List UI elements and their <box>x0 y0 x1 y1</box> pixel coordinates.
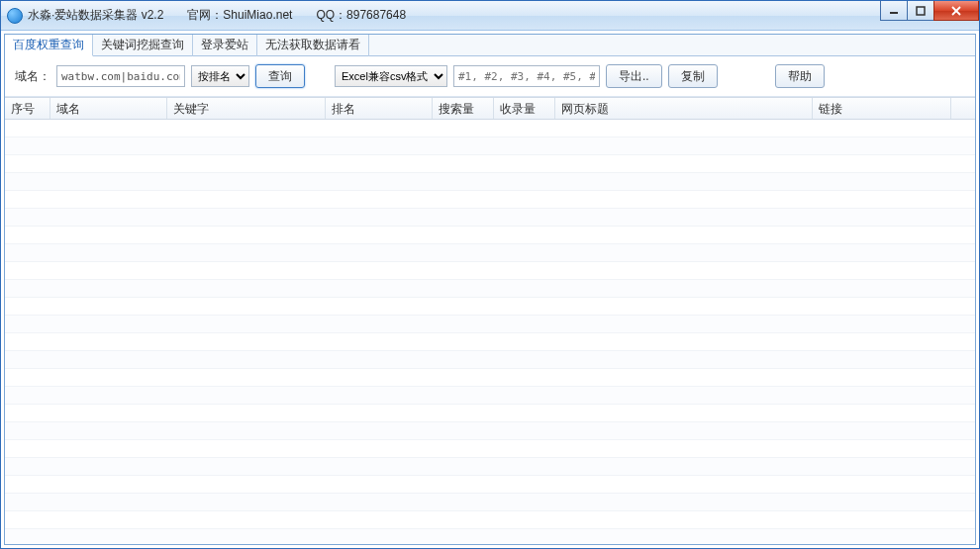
toolbar: 域名： 按排名 查询 Excel兼容csv格式 导出.. 复制 帮助 <box>5 56 975 97</box>
table-row[interactable] <box>5 262 975 280</box>
table-row[interactable] <box>5 244 975 262</box>
table-row[interactable] <box>5 511 975 529</box>
titlebar[interactable]: 水淼·爱站数据采集器 v2.2 官网：ShuiMiao.net QQ：89768… <box>1 1 979 31</box>
table-row[interactable] <box>5 440 975 458</box>
table-row[interactable] <box>5 120 975 137</box>
column-header[interactable]: 序号 <box>5 98 50 119</box>
table-row[interactable] <box>5 351 975 369</box>
export-button[interactable]: 导出.. <box>606 64 662 88</box>
copy-button[interactable]: 复制 <box>668 64 718 88</box>
column-header[interactable]: 关键字 <box>167 98 326 119</box>
table-row[interactable] <box>5 529 975 544</box>
minimize-button[interactable] <box>880 1 908 21</box>
maximize-button[interactable] <box>907 1 934 21</box>
table-row[interactable] <box>5 333 975 351</box>
table-row[interactable] <box>5 405 975 422</box>
domain-input[interactable] <box>56 65 185 87</box>
table-row[interactable] <box>5 476 975 494</box>
table-row[interactable] <box>5 494 975 511</box>
close-button[interactable] <box>933 1 979 21</box>
tab-no-data-help[interactable]: 无法获取数据请看 <box>257 35 369 56</box>
table-row[interactable] <box>5 209 975 227</box>
help-button[interactable]: 帮助 <box>775 64 825 88</box>
table-row[interactable] <box>5 173 975 191</box>
column-header[interactable]: 排名 <box>326 98 433 119</box>
grid-header: 序号域名关键字排名搜索量收录量网页标题链接 <box>5 98 975 120</box>
table-row[interactable] <box>5 191 975 209</box>
table-row[interactable] <box>5 369 975 387</box>
svg-rect-1 <box>917 7 925 15</box>
app-icon <box>7 8 23 24</box>
table-row[interactable] <box>5 316 975 333</box>
window-controls <box>880 1 979 21</box>
tab-bar: 百度权重查询 关键词挖掘查询 登录爱站 无法获取数据请看 <box>5 35 975 56</box>
domain-label: 域名： <box>15 68 50 85</box>
column-header[interactable]: 网页标题 <box>555 98 813 119</box>
table-row[interactable] <box>5 280 975 298</box>
table-row[interactable] <box>5 137 975 155</box>
tab-keyword-mining[interactable]: 关键词挖掘查询 <box>93 35 193 56</box>
table-row[interactable] <box>5 458 975 476</box>
format-select[interactable]: Excel兼容csv格式 <box>335 65 447 87</box>
close-icon <box>950 6 962 16</box>
tab-baidu-weight[interactable]: 百度权重查询 <box>5 35 93 56</box>
data-grid: 序号域名关键字排名搜索量收录量网页标题链接 <box>5 97 975 544</box>
maximize-icon <box>916 6 926 16</box>
grid-body[interactable] <box>5 120 975 544</box>
sort-select[interactable]: 按排名 <box>191 65 249 87</box>
table-row[interactable] <box>5 422 975 440</box>
columns-input[interactable] <box>453 65 600 87</box>
table-row[interactable] <box>5 155 975 173</box>
column-header[interactable]: 搜索量 <box>433 98 494 119</box>
column-header[interactable]: 链接 <box>813 98 951 119</box>
table-row[interactable] <box>5 298 975 316</box>
table-row[interactable] <box>5 387 975 405</box>
app-window: 水淼·爱站数据采集器 v2.2 官网：ShuiMiao.net QQ：89768… <box>0 0 980 549</box>
table-row[interactable] <box>5 227 975 244</box>
minimize-icon <box>889 6 899 16</box>
window-title: 水淼·爱站数据采集器 v2.2 官网：ShuiMiao.net QQ：89768… <box>28 7 406 24</box>
tab-login-aizhan[interactable]: 登录爱站 <box>193 35 257 56</box>
client-area: 百度权重查询 关键词挖掘查询 登录爱站 无法获取数据请看 域名： 按排名 查询 … <box>4 34 976 545</box>
column-header[interactable]: 域名 <box>50 98 167 119</box>
column-header[interactable]: 收录量 <box>494 98 555 119</box>
query-button[interactable]: 查询 <box>255 64 305 88</box>
